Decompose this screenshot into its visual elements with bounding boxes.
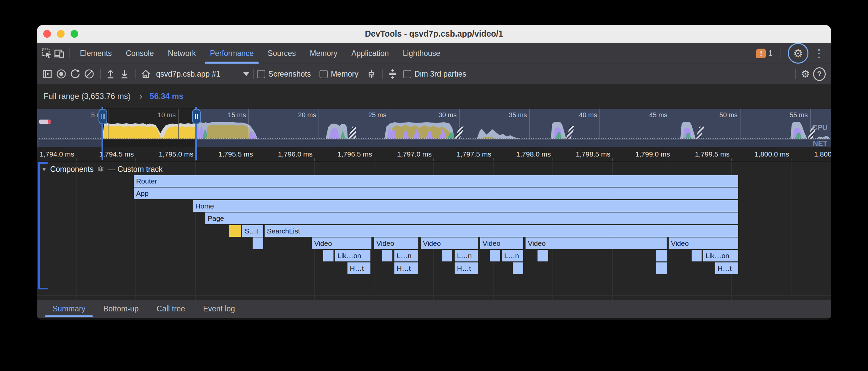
main-tab-bar: ElementsConsoleNetworkPerformanceSources… — [37, 43, 831, 64]
flame-bar[interactable] — [229, 225, 241, 237]
selected-range-crumb[interactable]: 56.34 ms — [150, 92, 183, 101]
flame-bar-video[interactable]: Video — [374, 237, 418, 249]
time-label: 1,795.5 ms — [200, 147, 253, 161]
dim-3rd-parties-checkbox[interactable] — [403, 70, 411, 78]
download-profile-icon[interactable] — [118, 67, 131, 80]
tab-performance[interactable]: Performance — [203, 43, 261, 64]
range-breadcrumb: Full range (3,653.76 ms) › 56.34 ms — [37, 84, 831, 109]
gridline — [791, 162, 792, 300]
flame-bar[interactable] — [323, 250, 334, 261]
divider — [253, 69, 254, 79]
flame-bar-ht[interactable]: H…t — [394, 262, 418, 274]
flame-bar-ht[interactable]: H…t — [455, 262, 478, 274]
settings-button-focused[interactable]: ⚙ — [788, 43, 808, 64]
tab-sources[interactable]: Sources — [260, 43, 303, 64]
ruler-tick — [314, 158, 315, 161]
flame-bar-ln[interactable]: L…n — [502, 250, 523, 261]
track-bottom-divider — [37, 295, 831, 296]
screenshots-checkbox[interactable] — [257, 70, 265, 78]
flame-bar[interactable] — [253, 237, 263, 249]
flame-bar-home[interactable]: Home — [193, 200, 738, 212]
track-subtitle: — Custom track — [108, 165, 163, 174]
flame-bar[interactable] — [537, 250, 548, 261]
issues-count: 1 — [768, 49, 773, 58]
ruler-label: 5 ms — [91, 111, 105, 119]
tab-network[interactable]: Network — [161, 43, 203, 64]
time-label: 1,800.5 ms — [796, 147, 831, 161]
flame-bar-searchlist[interactable]: SearchList — [265, 225, 738, 237]
devtools-window: DevTools - qsvd7p.csb.app/video/1 Elemen… — [37, 25, 831, 320]
flame-bar-app[interactable]: App — [134, 188, 738, 199]
flame-bar-ln[interactable]: L…n — [394, 250, 418, 261]
ruler-label: 35 ms — [509, 111, 527, 119]
upload-profile-icon[interactable] — [104, 67, 117, 80]
flame-bar-video[interactable]: Video — [421, 237, 478, 249]
ruler-label: 10 ms — [158, 111, 176, 119]
flame-bar-video[interactable]: Video — [669, 237, 738, 249]
memory-checkbox[interactable] — [319, 70, 328, 78]
reload-and-record-icon[interactable] — [69, 67, 82, 80]
details-tab-bottom-up[interactable]: Bottom-up — [94, 300, 148, 318]
flame-chart[interactable]: ▼ Components ⚛ — Custom track RouterAppH… — [37, 162, 831, 300]
home-icon[interactable] — [140, 67, 152, 80]
traffic-lights — [43, 30, 78, 38]
ruler-label: 50 ms — [719, 111, 738, 119]
dim-3rd-parties-label: Dim 3rd parties — [414, 69, 466, 79]
flame-bar[interactable] — [442, 250, 452, 261]
flame-bar[interactable] — [692, 250, 702, 261]
flame-bar-likon[interactable]: Lik…on — [703, 250, 738, 261]
flame-bar[interactable] — [382, 250, 393, 261]
flame-bar[interactable] — [656, 250, 667, 261]
collapse-tracks-icon[interactable] — [386, 67, 399, 80]
time-label: 1,798.0 ms — [498, 147, 551, 161]
full-range-crumb[interactable]: Full range (3,653.76 ms) — [43, 92, 130, 101]
inspect-element-icon[interactable] — [40, 47, 53, 60]
flame-bar[interactable] — [490, 250, 500, 261]
flame-bar[interactable] — [656, 262, 667, 274]
timeline-overview[interactable]: 5 ms10 ms15 ms20 ms25 ms30 ms35 ms40 ms4… — [37, 109, 831, 147]
ruler-tick — [135, 158, 136, 161]
flame-bar-ht[interactable]: H…t — [715, 262, 738, 274]
tab-elements[interactable]: Elements — [73, 43, 119, 64]
maximize-window-button[interactable] — [70, 30, 78, 38]
close-window-button[interactable] — [43, 30, 51, 38]
flame-bar[interactable] — [513, 262, 523, 274]
issues-counter[interactable]: ! 1 — [756, 49, 773, 58]
minimize-window-button[interactable] — [57, 30, 65, 38]
chevron-down-icon[interactable] — [243, 72, 250, 76]
garbage-collect-icon[interactable] — [365, 67, 378, 80]
capture-settings-icon[interactable]: ⚙ — [799, 67, 812, 80]
tab-console[interactable]: Console — [119, 43, 161, 64]
time-label: 1,794.0 ms — [37, 147, 74, 161]
details-tab-call-tree[interactable]: Call tree — [148, 300, 194, 318]
flame-bar-ln[interactable]: L…n — [455, 250, 478, 261]
clear-icon[interactable] — [83, 67, 95, 80]
record-icon[interactable] — [55, 67, 68, 80]
divider — [382, 69, 383, 79]
gear-icon: ⚙ — [793, 48, 803, 59]
time-label: 1,794.5 ms — [81, 147, 134, 161]
track-header[interactable]: ▼ Components ⚛ — Custom track — [41, 165, 163, 174]
details-tab-summary[interactable]: Summary — [43, 300, 94, 318]
screenshots-label: Screenshots — [268, 69, 311, 79]
flame-bar-video[interactable]: Video — [526, 237, 666, 249]
flame-bar-video[interactable]: Video — [312, 237, 371, 249]
ruler-tick — [493, 158, 494, 161]
collapse-triangle-icon[interactable]: ▼ — [41, 166, 47, 173]
toggle-sidebar-icon[interactable] — [41, 67, 54, 80]
help-icon[interactable]: ? — [813, 67, 826, 80]
flame-bar-page[interactable]: Page — [205, 212, 738, 224]
flame-bar-ht[interactable]: H…t — [347, 262, 370, 274]
divider — [135, 69, 136, 79]
details-tab-event-log[interactable]: Event log — [194, 300, 244, 318]
tab-application[interactable]: Application — [344, 43, 396, 64]
flame-bar-st[interactable]: S…t — [242, 225, 263, 237]
more-options-icon[interactable]: ⋮ — [812, 48, 826, 59]
target-selector[interactable]: qsvd7p.csb.app #1 — [156, 69, 220, 79]
flame-bar-router[interactable]: Router — [134, 175, 738, 187]
tab-memory[interactable]: Memory — [303, 43, 344, 64]
flame-bar-video[interactable]: Video — [480, 237, 523, 249]
flame-bar-likon[interactable]: Lik…on — [335, 250, 370, 261]
tab-lighthouse[interactable]: Lighthouse — [396, 43, 447, 64]
device-toolbar-icon[interactable] — [53, 47, 66, 60]
